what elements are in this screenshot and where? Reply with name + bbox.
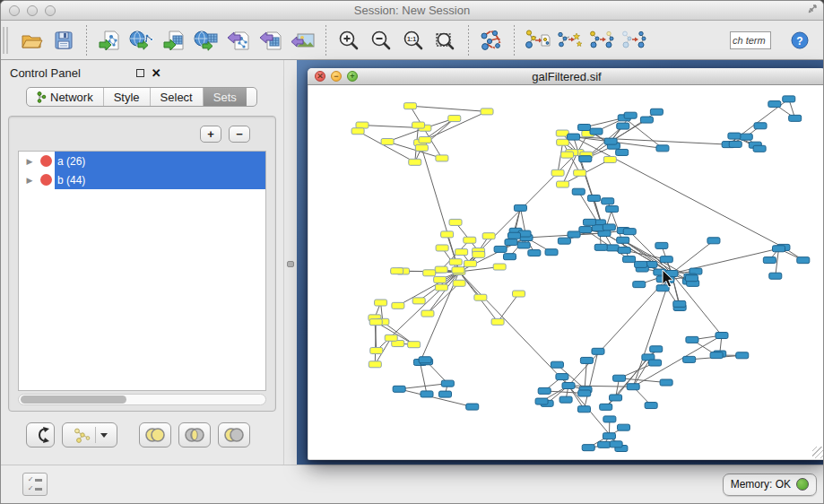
graph-node[interactable] <box>434 276 447 282</box>
graph-node[interactable] <box>535 398 548 404</box>
tab-style[interactable]: Style <box>104 88 151 106</box>
graph-node[interactable] <box>610 395 622 401</box>
new-network-from-selection-tool-button[interactable] <box>587 26 616 55</box>
graph-node[interactable] <box>517 242 530 248</box>
graph-node[interactable] <box>392 302 404 308</box>
graph-node[interactable] <box>640 117 653 123</box>
graph-node[interactable] <box>419 357 431 363</box>
split-sets-button[interactable] <box>26 422 55 448</box>
graph-node[interactable] <box>797 257 810 264</box>
graph-node[interactable] <box>351 128 364 135</box>
toolbar-drag-handle[interactable] <box>3 27 8 54</box>
disclosure-triangle-icon[interactable]: ▶ <box>19 157 40 166</box>
graph-node[interactable] <box>375 300 387 306</box>
close-panel-icon[interactable]: ✕ <box>152 67 161 79</box>
graph-node[interactable] <box>391 268 403 274</box>
search-field[interactable] <box>730 31 771 49</box>
network-from-file-tool-button[interactable] <box>523 26 551 55</box>
graph-node[interactable] <box>572 188 585 195</box>
create-set-button[interactable] <box>62 422 117 448</box>
graph-node[interactable] <box>403 103 416 109</box>
graph-node[interactable] <box>545 249 558 256</box>
dropdown-caret-icon[interactable] <box>100 433 108 438</box>
graph-node[interactable] <box>592 348 604 354</box>
help-button[interactable]: ? <box>785 26 814 55</box>
graph-node[interactable] <box>729 141 742 147</box>
graph-node[interactable] <box>623 256 636 263</box>
graph-node[interactable] <box>558 238 570 244</box>
graph-node[interactable] <box>568 231 580 238</box>
graph-node[interactable] <box>603 416 616 422</box>
union-button[interactable] <box>139 422 171 448</box>
graph-node[interactable] <box>579 156 592 162</box>
graph-node[interactable] <box>559 396 572 403</box>
graph-node[interactable] <box>772 246 785 252</box>
graph-node[interactable] <box>580 357 593 363</box>
graph-node[interactable] <box>686 336 698 343</box>
intersection-button[interactable] <box>178 422 211 448</box>
graph-node[interactable] <box>551 169 564 176</box>
add-set-button[interactable]: + <box>200 126 221 143</box>
import-table-web-button[interactable] <box>192 26 221 55</box>
graph-node[interactable] <box>624 112 637 118</box>
graph-node[interactable] <box>610 441 622 448</box>
graph-node[interactable] <box>557 139 569 145</box>
zoom-actual-button[interactable]: 1:1 <box>399 26 428 55</box>
graph-node[interactable] <box>474 294 487 300</box>
graph-node[interactable] <box>449 259 462 265</box>
graph-node[interactable] <box>583 219 595 225</box>
graph-node[interactable] <box>603 433 615 439</box>
graph-node[interactable] <box>673 300 686 307</box>
graph-node[interactable] <box>494 246 507 252</box>
disclosure-triangle-icon[interactable]: ▶ <box>19 176 40 185</box>
graph-node[interactable] <box>504 254 516 260</box>
zoom-out-button[interactable] <box>367 26 395 55</box>
export-image-button[interactable] <box>289 26 317 55</box>
graph-node[interactable] <box>650 109 663 115</box>
graph-node[interactable] <box>419 136 431 143</box>
graph-node[interactable] <box>633 282 646 288</box>
graph-node[interactable] <box>528 250 541 256</box>
graph-node[interactable] <box>617 123 629 129</box>
graph-node[interactable] <box>604 138 617 144</box>
import-network-web-button[interactable] <box>127 26 156 55</box>
graph-node[interactable] <box>578 125 591 131</box>
tab-select[interactable]: Select <box>151 88 204 106</box>
difference-button[interactable] <box>218 422 250 448</box>
graph-node[interactable] <box>754 123 767 129</box>
graph-node[interactable] <box>369 319 382 326</box>
graph-node[interactable] <box>370 347 383 353</box>
zoom-in-button[interactable] <box>334 26 363 55</box>
list-item[interactable]: ▶ b (44) <box>19 170 265 189</box>
network-view-window[interactable]: ✕ − + galFiltered.sif <box>308 68 824 460</box>
graph-node[interactable] <box>617 237 629 243</box>
window-resize-grip[interactable] <box>812 447 824 458</box>
export-table-button[interactable] <box>256 26 285 55</box>
graph-node[interactable] <box>656 145 669 152</box>
graph-node[interactable] <box>408 342 421 348</box>
resize-icon[interactable] <box>807 4 818 17</box>
graph-node[interactable] <box>409 159 421 165</box>
graph-node[interactable] <box>491 318 504 325</box>
graph-node[interactable] <box>660 256 672 263</box>
graph-node[interactable] <box>594 244 607 250</box>
graph-node[interactable] <box>421 391 433 397</box>
graph-node[interactable] <box>568 134 580 140</box>
titlebar[interactable]: Session: New Session <box>1 1 823 21</box>
network-graph[interactable] <box>308 85 824 459</box>
graph-node[interactable] <box>449 219 462 225</box>
graph-node[interactable] <box>436 155 448 161</box>
graph-node[interactable] <box>623 229 636 235</box>
panel-splitter[interactable] <box>283 60 297 465</box>
graph-node[interactable] <box>466 404 479 410</box>
graph-node[interactable] <box>590 128 603 135</box>
horizontal-scrollbar[interactable] <box>18 394 266 405</box>
graph-node[interactable] <box>435 284 447 291</box>
first-neighbors-tool-button[interactable] <box>555 26 584 55</box>
memory-status-button[interactable]: Memory: OK <box>723 474 817 496</box>
remove-set-button[interactable]: − <box>229 126 250 143</box>
graph-node[interactable] <box>683 356 696 362</box>
graph-node[interactable] <box>412 122 425 128</box>
graph-node[interactable] <box>482 233 495 239</box>
graph-node[interactable] <box>710 352 723 359</box>
